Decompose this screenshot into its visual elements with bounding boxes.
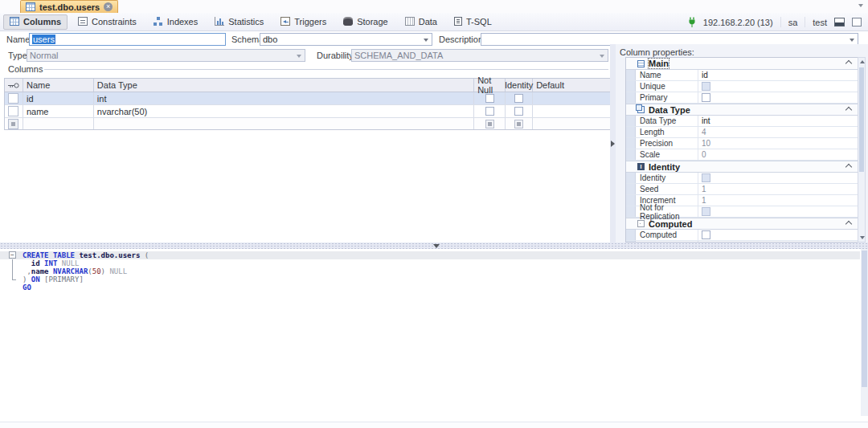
computed-checkbox[interactable] — [702, 230, 710, 239]
toolbar-tab-label: T-SQL — [466, 17, 492, 26]
property-value[interactable] — [698, 92, 858, 103]
property-group-main[interactable]: Main — [626, 58, 858, 70]
property-row[interactable]: Length 4 — [626, 127, 858, 138]
toolbar-tab-t-sql[interactable]: T-SQL — [448, 14, 498, 30]
row-indicator[interactable] — [5, 92, 23, 104]
not-null-checkbox[interactable] — [485, 94, 494, 103]
table-row[interactable]: id int — [5, 92, 610, 105]
table-row[interactable]: name nvarchar(50) — [5, 105, 610, 118]
identity-checkbox[interactable] — [514, 94, 523, 103]
cell-data-type[interactable]: int — [94, 92, 474, 104]
connection-user[interactable]: sa — [788, 18, 798, 27]
collapse-icon[interactable] — [845, 163, 852, 169]
layout-split-icon[interactable] — [834, 18, 845, 26]
property-value[interactable]: int — [698, 116, 858, 126]
property-row[interactable]: Seed 1 — [626, 184, 858, 195]
collapse-icon[interactable] — [845, 60, 852, 67]
sql-scrollbar[interactable] — [861, 249, 868, 416]
header-name[interactable]: Name — [23, 79, 94, 92]
header-default[interactable]: Default — [533, 79, 610, 92]
property-row[interactable]: Unique — [626, 81, 858, 92]
properties-scrollbar[interactable] — [858, 57, 866, 243]
cell-data-type[interactable]: nvarchar(50) — [94, 105, 474, 117]
vertical-splitter[interactable] — [610, 44, 616, 243]
primary-checkbox[interactable] — [702, 93, 710, 102]
property-value[interactable]: id — [698, 70, 858, 80]
property-row[interactable]: Scale 0 — [626, 149, 858, 161]
header-not-null[interactable]: Not Null — [474, 79, 506, 92]
property-row[interactable]: Name id — [626, 70, 858, 81]
tab-overflow-icon[interactable] — [858, 4, 863, 7]
cell-default[interactable] — [533, 92, 610, 104]
sql-line-code: id INT NULL — [23, 259, 79, 267]
property-name: Computed — [636, 230, 698, 240]
property-value[interactable]: 1 — [698, 184, 858, 194]
sql-preview[interactable]: −CREATE TABLE test.dbo.users ( id INT NU… — [0, 249, 868, 422]
schema-dropdown[interactable]: dbo — [260, 33, 432, 46]
collapse-icon[interactable] — [845, 220, 852, 226]
property-value[interactable] — [698, 241, 858, 243]
sql-line-code: GO — [23, 283, 31, 291]
cell-default[interactable] — [533, 105, 610, 117]
fold-marker[interactable]: − — [9, 251, 16, 259]
property-group-identity[interactable]: I Identity — [626, 161, 858, 173]
cell-default[interactable] — [533, 118, 610, 129]
toolbar-tab-storage[interactable]: Storage — [337, 14, 395, 30]
property-row[interactable]: Persisted — [626, 241, 858, 243]
identity-checkbox[interactable] — [514, 120, 523, 128]
sql-line-code: ,name NVARCHAR(50) NULL — [23, 267, 127, 275]
property-gutter — [626, 230, 636, 240]
property-value[interactable] — [698, 230, 858, 240]
cell-name[interactable] — [23, 118, 94, 129]
property-group-computed[interactable]: Computed — [626, 218, 858, 230]
not-null-checkbox[interactable] — [485, 120, 494, 128]
scrollbar-thumb[interactable] — [862, 251, 867, 387]
collapse-icon[interactable] — [845, 106, 852, 112]
header-identity[interactable]: Identity — [506, 79, 533, 92]
table-new-row[interactable] — [5, 118, 610, 129]
property-row[interactable]: Precision 10 — [626, 138, 858, 149]
toolbar-tab-statistics[interactable]: Statistics — [208, 14, 270, 30]
property-value[interactable] — [698, 206, 858, 217]
property-gutter — [626, 138, 636, 149]
toolbar-tab-columns[interactable]: Columns — [3, 14, 68, 30]
name-input-selection: users — [32, 35, 55, 44]
cell-name[interactable]: name — [23, 105, 94, 117]
property-row[interactable]: Primary — [626, 92, 858, 104]
property-value[interactable]: 0 — [698, 149, 858, 160]
property-value[interactable] — [698, 173, 858, 183]
close-icon[interactable]: × — [104, 2, 113, 11]
property-value[interactable]: 4 — [698, 127, 858, 137]
layout-full-icon[interactable] — [852, 18, 862, 26]
toolbar-tab-constraints[interactable]: Constraints — [72, 14, 143, 30]
main-group-icon — [637, 60, 645, 67]
toolbar-tab-data[interactable]: Data — [399, 14, 444, 30]
header-data-type[interactable]: Data Type — [94, 79, 474, 92]
document-tab[interactable]: test.dbo.users × — [20, 0, 118, 13]
property-group-data-type[interactable]: Data Type — [626, 104, 858, 116]
scroll-down-icon[interactable] — [860, 236, 865, 239]
row-indicator[interactable] — [5, 118, 23, 129]
scrollbar-thumb[interactable] — [859, 67, 864, 172]
property-row[interactable]: Data Type int — [626, 116, 858, 127]
cell-name[interactable]: id — [23, 92, 94, 104]
row-indicator-box — [8, 106, 18, 116]
connection-database[interactable]: test — [813, 18, 827, 27]
horizontal-splitter[interactable] — [0, 243, 868, 249]
cell-data-type[interactable] — [94, 118, 474, 129]
scroll-up-icon[interactable] — [860, 60, 865, 63]
connection-host[interactable]: 192.168.2.20 (13) — [703, 18, 773, 27]
property-row[interactable]: Identity — [626, 173, 858, 184]
toolbar-tab-triggers[interactable]: Triggers — [274, 14, 333, 30]
property-value[interactable]: 1 — [698, 195, 858, 206]
property-row[interactable]: Computed — [626, 230, 858, 241]
name-input[interactable]: users — [29, 33, 226, 46]
not-null-checkbox[interactable] — [485, 107, 494, 116]
property-value[interactable] — [698, 81, 858, 92]
identity-checkbox[interactable] — [514, 107, 523, 116]
row-indicator[interactable] — [5, 105, 23, 117]
toolbar-tab-indexes[interactable]: Indexes — [147, 14, 205, 30]
sql-hscroll-area[interactable] — [0, 422, 868, 428]
property-value[interactable]: 10 — [698, 138, 858, 149]
property-row[interactable]: Not for Replication — [626, 206, 858, 218]
